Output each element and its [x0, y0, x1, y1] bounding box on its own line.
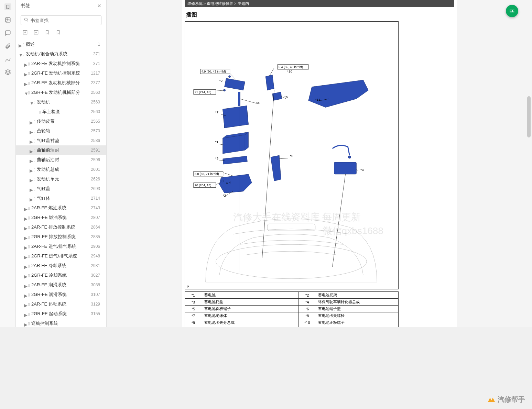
chevron-icon[interactable]: ▶ [24, 264, 27, 267]
tree-item[interactable]: ▶▯概述1 [16, 40, 106, 49]
chevron-icon[interactable]: ▶ [30, 130, 32, 132]
tree-item[interactable]: ▶▯2AR-FE 排放控制系统2864 [16, 222, 106, 232]
chevron-icon[interactable]: ▼ [30, 101, 32, 103]
chevron-icon[interactable]: ▶ [30, 139, 32, 142]
tree-item[interactable]: ▶▯2GR-FE 排放控制系统2885 [16, 232, 106, 242]
chevron-icon[interactable]: ▶ [30, 158, 32, 161]
chevron-icon[interactable]: ▶ [24, 235, 27, 238]
chevron-icon[interactable]: ▶ [24, 293, 27, 296]
chevron-icon[interactable]: ▶ [24, 274, 27, 277]
page-number: 2560 [90, 109, 103, 114]
chevron-icon[interactable]: ▶ [30, 197, 32, 200]
signature-icon[interactable] [4, 56, 11, 63]
tree-label: 2AR-FE 起动系统 [31, 301, 89, 307]
tree-item[interactable]: ▶▯2AR-FE 燃油系统2743 [16, 203, 106, 213]
tree-item[interactable]: ▯车上检查2560 [16, 107, 106, 117]
part-ref: *5 [185, 306, 202, 312]
tree-label: 车上检查 [42, 109, 89, 115]
tree-item[interactable]: ▶▯2AR-FE 冷却系统2981 [16, 261, 106, 270]
chevron-icon[interactable]: ▶ [30, 120, 32, 123]
chevron-icon[interactable]: ▶ [24, 226, 27, 229]
chevron-icon[interactable]: ▶ [30, 149, 32, 152]
tree-item[interactable]: ▶▯2AR-FE 起动系统3129 [16, 299, 106, 309]
chevron-icon[interactable]: ▶ [24, 72, 27, 75]
bookmark-tree[interactable]: ▶▯概述1▼▯发动机/混合动力系统371▶▯2AR-FE 发动机控制系统371▶… [16, 39, 106, 327]
sidebar: 书签 ✕ ▶▯概述1▼▯发动机/混合动力系统371▶▯2AR-FE 发动机控制系… [16, 0, 107, 327]
bookmark-glyph-icon: ▯ [33, 177, 35, 181]
svg-line-29 [332, 174, 345, 267]
comment-icon[interactable] [4, 30, 11, 36]
scrollbar-thumb[interactable] [527, 96, 531, 137]
layers-icon[interactable] [4, 69, 11, 76]
table-row: *1蓄电池*2蓄电池托架 [185, 292, 398, 299]
tree-item[interactable]: ▶▯曲轴前油封2591 [16, 145, 106, 155]
bookmark-icon[interactable] [4, 3, 11, 10]
chevron-icon[interactable]: ▶ [19, 43, 21, 46]
search-input[interactable] [21, 15, 101, 25]
tree-item[interactable]: ▶▯2GR-FE 起动系统3155 [16, 309, 106, 319]
add-bookmark-icon[interactable] [44, 29, 50, 35]
tree-item[interactable]: ▶▯气缸盖衬垫2586 [16, 136, 106, 145]
tree-item[interactable]: ▶▯2GR-FE 进气/排气系统2948 [16, 251, 106, 261]
chevron-icon[interactable] [35, 110, 38, 113]
tree-item[interactable]: ▶▯凸轮轴2570 [16, 126, 106, 136]
document-viewport[interactable]: 维修系统 > 蓄电池维修保养 > 专题内 插图 4.9 (50, 43 in.*… [107, 0, 532, 327]
tree-item[interactable]: ▶▯传动皮带2565 [16, 117, 106, 126]
chevron-icon[interactable]: ▶ [30, 187, 32, 190]
svg-point-11 [228, 76, 230, 78]
part-name: 蓄电池卡夹螺栓 [316, 312, 398, 319]
tree-item[interactable]: ▶▯2AR-FE 进气/排气系统2906 [16, 242, 106, 251]
tree-item[interactable]: ▶▯曲轴后油封2596 [16, 155, 106, 165]
chevron-icon[interactable]: ▶ [24, 81, 27, 84]
svg-text:*9: *9 [219, 79, 222, 82]
tree-item[interactable]: ▼▯发动机2560 [16, 97, 106, 107]
tree-item[interactable]: ▶▯2GR-FE 润滑系统3107 [16, 290, 106, 299]
bookmark-toolbar [16, 27, 106, 39]
tree-item[interactable]: ▶▯2AR-FE 发动机机械部分2377 [16, 78, 106, 88]
tree-item[interactable]: ▶▯2AR-FE 润滑系统3088 [16, 280, 106, 290]
tree-label: 2GR-FE 起动系统 [31, 311, 89, 317]
collapse-icon[interactable] [33, 29, 39, 35]
bookmark-glyph-icon: ▯ [28, 283, 30, 287]
tree-item[interactable]: ▶▯气缸体2714 [16, 194, 106, 203]
chevron-icon[interactable]: ▶ [24, 245, 27, 248]
bookmark-glyph-icon: ▯ [28, 264, 30, 268]
chevron-icon[interactable]: ▶ [24, 322, 27, 325]
chevron-icon[interactable]: ▶ [24, 216, 27, 219]
chevron-icon[interactable]: ▶ [24, 312, 27, 315]
tree-item[interactable]: ▼▯2GR-FE 发动机机械部分2560 [16, 88, 106, 97]
chevron-icon[interactable]: ▶ [24, 284, 27, 286]
chevron-icon[interactable]: ▶ [30, 168, 32, 171]
tree-item[interactable]: ▼▯发动机/混合动力系统371 [16, 49, 106, 59]
bookmark-glyph-icon: ▯ [28, 312, 30, 316]
thumbnail-icon[interactable] [4, 16, 11, 23]
chevron-icon[interactable]: ▶ [24, 303, 27, 306]
page-number: 2570 [90, 129, 103, 133]
tree-label: 2GR-FE 发动机机械部分 [31, 89, 89, 96]
chevron-icon[interactable]: ▶ [24, 255, 27, 257]
tree-item[interactable]: ▶▯发动机单元2626 [16, 174, 106, 184]
tree-item[interactable]: ▶▯巡航控制系统 [16, 319, 106, 327]
chevron-icon[interactable]: ▶ [24, 207, 27, 209]
tree-item[interactable]: ▶▯2GR-FE 冷却系统3027 [16, 270, 106, 280]
tree-item[interactable]: ▶▯气缸盖2693 [16, 184, 106, 194]
search-field[interactable] [31, 18, 98, 23]
attachment-icon[interactable] [4, 43, 11, 49]
svg-text:*5: *5 [290, 154, 293, 158]
tree-item[interactable]: ▶▯发动机总成2601 [16, 165, 106, 174]
part-name: 蓄电池托盘 [202, 299, 298, 306]
close-icon[interactable]: ✕ [97, 3, 101, 9]
chevron-icon[interactable]: ▼ [24, 91, 27, 94]
chevron-icon[interactable]: ▶ [30, 178, 32, 180]
page-number: 3088 [90, 283, 103, 287]
bookmark-glyph-icon: ▯ [28, 302, 30, 307]
expand-icon[interactable] [22, 29, 28, 35]
tree-item[interactable]: ▶▯2AR-FE 发动机控制系统371 [16, 59, 106, 68]
chevron-icon[interactable]: ▶ [24, 62, 27, 65]
bookmark-outline-icon[interactable] [55, 29, 61, 35]
tree-item[interactable]: ▶▯2GR-FE 发动机控制系统1217 [16, 68, 106, 78]
floating-action-button[interactable]: EE [506, 5, 518, 17]
chevron-icon[interactable]: ▼ [19, 53, 21, 55]
page-number: 2626 [90, 177, 103, 181]
tree-item[interactable]: ▶▯2GR-FE 燃油系统2807 [16, 213, 106, 222]
